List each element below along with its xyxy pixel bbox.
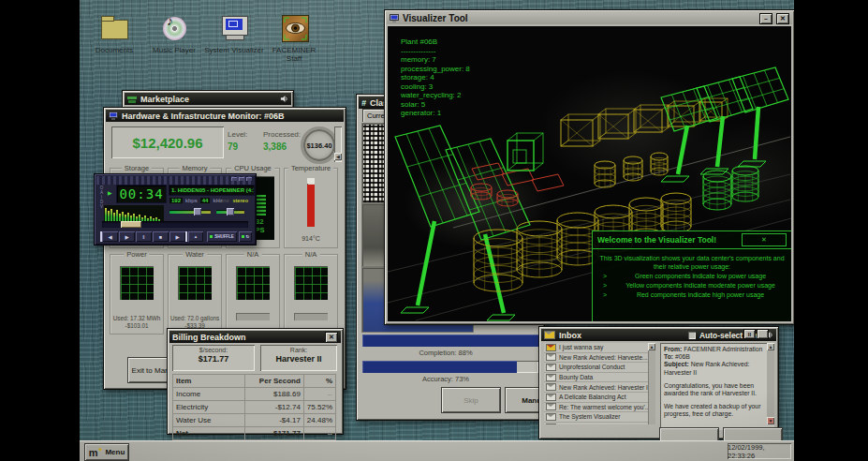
minimize-button[interactable]: – — [759, 13, 772, 24]
mail-item[interactable]: Unprofessional Conduct — [544, 363, 655, 373]
visualizer-viewport[interactable]: Plant #06B -------------- memory: 7 proc… — [388, 26, 791, 321]
previous-button[interactable]: ◀ — [100, 231, 118, 242]
water-chart — [178, 266, 212, 300]
table-header-row: Item Per Second % — [173, 375, 336, 388]
player-titlebar[interactable] — [96, 176, 254, 185]
envelope-icon — [546, 364, 556, 371]
classifier-icon: # — [361, 98, 366, 108]
accuracy-label: Accuracy: 73% — [357, 375, 535, 383]
billing-titlebar[interactable]: Billing Breakdown ✕ — [169, 331, 341, 343]
envelope-icon — [546, 383, 556, 391]
thermometer — [307, 178, 315, 227]
bezel-right — [794, 0, 868, 461]
desktop-icon-documents[interactable]: Documents — [84, 15, 144, 54]
mail-item[interactable]: Bounty Data — [544, 373, 655, 383]
window-title: Hardware & Infrastructure Monitor: #06B — [122, 112, 341, 121]
computer-icon — [390, 14, 399, 22]
pause-button[interactable]: ‖ — [136, 231, 152, 242]
mail-item[interactable]: I just wanna say — [544, 343, 655, 353]
table-row[interactable]: Income$188.69-- — [173, 388, 336, 401]
folder-icon — [98, 15, 130, 43]
table-row[interactable]: Electricity-$12.7475.52% — [173, 401, 336, 414]
mail-item[interactable]: The System Visualizer — [544, 412, 655, 423]
scroll-up-arrow[interactable]: ▲ — [767, 343, 774, 350]
speaker-icon[interactable] — [280, 95, 288, 103]
mail-item[interactable]: New Rank Achieved: Harveste... — [544, 353, 655, 364]
window-title: Marketplace — [140, 95, 276, 104]
temperature-group: Temperature 914°C — [284, 168, 338, 248]
marketplace-icon — [127, 96, 137, 103]
marketplace-titlebar[interactable]: Marketplace — [125, 93, 291, 105]
desktop-icon-system-visualizer[interactable]: System Visualizer — [204, 15, 264, 54]
transport-controls: ◀ ▶ ‖ ■ ▶ — [100, 231, 187, 242]
welcome-close-button[interactable]: ✕ — [742, 233, 787, 246]
menu-button[interactable]: m ✦ Menu — [84, 443, 129, 461]
mail-item[interactable]: A Delicate Balancing Act — [544, 393, 655, 403]
scroll-down-arrow[interactable]: ▼ — [767, 417, 774, 424]
mail-list-scrollbar[interactable]: ▲ — [648, 343, 655, 424]
player-close[interactable] — [246, 177, 252, 181]
taskbar-clock: 12/02/1999, 22:33:26 — [728, 443, 791, 459]
seek-bar[interactable] — [102, 221, 248, 228]
stop-button[interactable]: ■ — [153, 231, 169, 242]
level-stat: Level:79 — [228, 130, 247, 152]
shuffle-toggle[interactable]: SHUFFLE — [207, 231, 237, 242]
window-title: Visualizer Tool — [403, 13, 756, 23]
loop-toggle[interactable]: ↻ — [239, 231, 252, 242]
na-bar-2 — [294, 313, 328, 320]
power-chart — [120, 266, 154, 300]
close-button[interactable]: ✕ — [776, 13, 789, 24]
mail-item[interactable]: Downgrading — [544, 423, 655, 424]
inbox-titlebar[interactable]: Inbox Auto-select New — [541, 329, 776, 341]
music-player-window: OAIDV ▶ 00:34 1. HIDDEN05 - HOPEMINER (4… — [94, 173, 257, 245]
envelope-icon — [546, 394, 556, 401]
autoselect-checkbox[interactable] — [688, 332, 696, 339]
balance-display: $12,420.96 — [111, 126, 224, 158]
rate-spinner[interactable]: ◀ — [334, 126, 342, 162]
time-display: 00:34 — [117, 186, 166, 202]
visualizer-window: Visualizer Tool – ✕ Plant #06B ---------… — [384, 9, 794, 325]
pause-notifications-button[interactable]: II — [743, 329, 756, 339]
billing-window: Billing Breakdown ✕ $/second:$171.77 Ran… — [167, 328, 344, 435]
spectrum-analyzer — [104, 205, 164, 221]
close-button[interactable]: ✕ — [325, 332, 338, 343]
player-shade[interactable] — [239, 177, 244, 181]
table-row[interactable]: Water Use-$4.1724.48% — [173, 414, 336, 427]
player-minimize[interactable] — [231, 177, 237, 181]
eject-button[interactable]: ▲ — [188, 231, 203, 242]
icon-label: System Visualizer — [204, 46, 264, 54]
temperature-value: 914°C — [285, 235, 337, 242]
desktop-icon-music-player[interactable]: ♪ Music Player — [144, 15, 204, 54]
cd-icon: ♪ — [158, 15, 190, 43]
envelope-icon — [546, 374, 556, 381]
desktop-icon-faceminer-staff[interactable]: FACEMINER Staff — [264, 15, 324, 63]
welcome-dialog: Welcome to the Visualizer Tool! ✕ This 3… — [592, 230, 791, 321]
na-group-1: N/A — [226, 254, 280, 335]
power-group: Power Used: 17.32 MWh-$103.01 — [110, 254, 164, 335]
stream-info: 192kbps 44kHz — [169, 198, 223, 203]
window-title: Inbox — [559, 331, 684, 340]
loop-led — [242, 235, 244, 238]
volume-slider[interactable] — [169, 210, 211, 214]
mail-item[interactable]: New Rank Achieved: Harvester I — [544, 382, 655, 393]
next-button[interactable]: ▶ — [169, 231, 187, 242]
eye-icon — [278, 15, 310, 43]
envelope-icon — [546, 413, 556, 421]
bezel-left — [0, 0, 80, 461]
completion-bar — [362, 335, 538, 347]
scroll-up-arrow[interactable]: ▲ — [648, 343, 655, 350]
play-button[interactable]: ▶ — [119, 231, 135, 242]
skip-button[interactable]: Skip — [441, 387, 501, 413]
envelope-icon — [546, 344, 556, 351]
mail-item[interactable]: Re: The warmest welcome you'... — [544, 403, 655, 413]
welcome-body: This 3D visualization shows your data ce… — [593, 249, 791, 304]
play-indicator-icon: ▶ — [108, 189, 112, 196]
spin-left-arrow[interactable]: ◀ — [334, 153, 342, 160]
pane-options-button[interactable] — [757, 329, 769, 339]
monitor-titlebar[interactable]: Hardware & Infrastructure Monitor: #06B — [106, 110, 344, 122]
visualizer-titlebar[interactable]: Visualizer Tool – ✕ — [387, 12, 792, 24]
welcome-title: Welcome to the Visualizer Tool! — [597, 235, 716, 245]
message-scrollbar[interactable]: ▲ ▼ — [767, 343, 774, 424]
rate-panel: $/second:$171.77 — [172, 345, 255, 371]
balance-slider[interactable] — [216, 210, 244, 214]
